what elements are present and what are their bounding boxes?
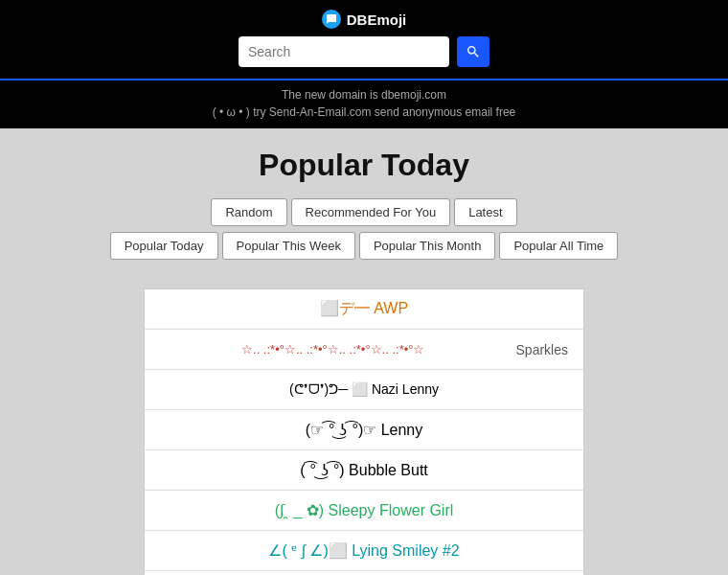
tab-popular-week[interactable]: Popular This Week — [222, 232, 355, 260]
list-item[interactable]: ∠( ᵄ ∫ ∠)⬜ Lying Smiley #2 — [145, 531, 583, 571]
emoji-char: (ᕦ❜ᗜ❜)ᕤ─ ⬜ Nazi Lenny — [160, 381, 568, 398]
emoji-char: (☞ ͡° ͜ʖ ͡°)☞ Lenny — [160, 421, 568, 439]
emoji-char: ⬜デ━ AWP — [160, 299, 568, 319]
notice-bar: The new domain is dbemoji.com ( • ω • ) … — [0, 79, 728, 128]
list-item[interactable]: _(: 3 ∫ ∠)_ Lying Smiley — [145, 571, 583, 575]
tab-latest[interactable]: Latest — [454, 198, 516, 226]
notice-line2: ( • ω • ) try Send-An-Email.com send ano… — [0, 104, 728, 121]
emoji-char: ∠( ᵄ ∫ ∠)⬜ Lying Smiley #2 — [160, 541, 568, 560]
tab-popular-all-time[interactable]: Popular All Time — [499, 232, 618, 260]
tabs-row2: Popular Today Popular This Week Popular … — [108, 232, 621, 260]
list-item[interactable]: ☆.. .:*•°☆.. .:*•°☆.. .:*•°☆.. .:*•°☆ Sp… — [145, 330, 583, 370]
tab-popular-today[interactable]: Popular Today — [110, 232, 218, 260]
notice-line1: The new domain is dbemoji.com — [0, 86, 728, 104]
tabs-row1: Random Recommended For You Latest — [209, 198, 518, 226]
list-item[interactable]: ⬜デ━ AWP — [145, 289, 583, 330]
list-item[interactable]: ( ͡° ͜ʖ ͡°) Bubble Butt — [145, 450, 583, 491]
main: Popular Today Random Recommended For You… — [0, 128, 728, 575]
search-button[interactable] — [457, 36, 489, 67]
search-icon — [466, 44, 481, 59]
list-item[interactable]: (☞ ͡° ͜ʖ ͡°)☞ Lenny — [145, 410, 583, 450]
tab-random[interactable]: Random — [211, 198, 286, 226]
emoji-list: ⬜デ━ AWP ☆.. .:*•°☆.. .:*•°☆.. .:*•°☆.. .… — [144, 288, 584, 575]
emoji-char: ☆.. .:*•°☆.. .:*•°☆.. .:*•°☆.. .:*•°☆ — [160, 342, 507, 356]
logo-row: DBEmoji — [322, 10, 407, 29]
logo-icon — [322, 10, 341, 29]
emoji-char: (ʃ ̯ _ ✿) Sleepy Flower Girl — [160, 501, 568, 519]
page-title: Popular Today — [259, 148, 469, 183]
search-input[interactable] — [239, 36, 449, 67]
emoji-char: ( ͡° ͜ʖ ͡°) Bubble Butt — [160, 461, 568, 479]
list-item[interactable]: (ʃ ̯ _ ✿) Sleepy Flower Girl — [145, 491, 583, 531]
logo-text: DBEmoji — [347, 12, 407, 28]
emoji-name: Sparkles — [516, 342, 568, 357]
list-item[interactable]: (ᕦ❜ᗜ❜)ᕤ─ ⬜ Nazi Lenny — [145, 370, 583, 410]
header: DBEmoji — [0, 0, 728, 79]
search-row — [239, 36, 489, 67]
tab-recommended[interactable]: Recommended For You — [291, 198, 451, 226]
tab-popular-month[interactable]: Popular This Month — [359, 232, 496, 260]
